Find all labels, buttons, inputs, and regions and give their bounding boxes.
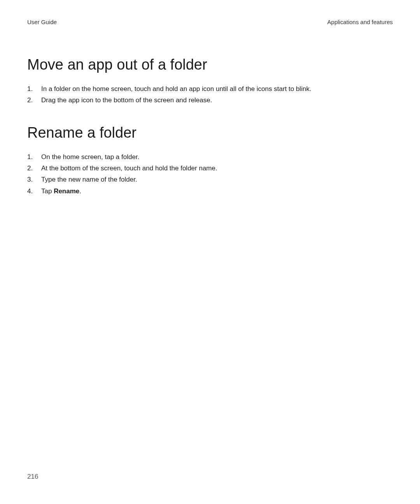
list-item-number: 4. — [27, 186, 41, 196]
list-item: 1. On the home screen, tap a folder. — [27, 152, 393, 162]
step-list-move-app: 1. In a folder on the home screen, touch… — [27, 84, 393, 106]
page-number: 216 — [27, 473, 38, 481]
list-item-text: At the bottom of the screen, touch and h… — [41, 163, 393, 173]
header-left: User Guide — [27, 19, 57, 25]
list-item-text: On the home screen, tap a folder. — [41, 152, 393, 162]
list-item: 1. In a folder on the home screen, touch… — [27, 84, 393, 94]
list-item-text: Drag the app icon to the bottom of the s… — [41, 95, 393, 105]
list-item: 2. Drag the app icon to the bottom of th… — [27, 95, 393, 105]
list-item-number: 3. — [27, 175, 41, 185]
step-list-rename-folder: 1. On the home screen, tap a folder. 2. … — [27, 152, 393, 196]
list-item-bold: Rename — [54, 187, 79, 195]
list-item-text: Type the new name of the folder. — [41, 175, 393, 185]
list-item: 2. At the bottom of the screen, touch an… — [27, 163, 393, 173]
header-right: Applications and features — [327, 19, 393, 25]
list-item-text: Tap Rename. — [41, 186, 393, 196]
list-item: 3. Type the new name of the folder. — [27, 175, 393, 185]
list-item-number: 2. — [27, 95, 41, 105]
section-heading-rename-folder: Rename a folder — [27, 124, 393, 141]
list-item-text: In a folder on the home screen, touch an… — [41, 84, 393, 94]
page-header: User Guide Applications and features — [27, 19, 393, 25]
list-item-prefix: Tap — [41, 187, 54, 195]
list-item: 4. Tap Rename. — [27, 186, 393, 196]
list-item-number: 1. — [27, 152, 41, 162]
section-heading-move-app: Move an app out of a folder — [27, 56, 393, 73]
list-item-suffix: . — [79, 187, 81, 195]
list-item-number: 2. — [27, 163, 41, 173]
list-item-number: 1. — [27, 84, 41, 94]
